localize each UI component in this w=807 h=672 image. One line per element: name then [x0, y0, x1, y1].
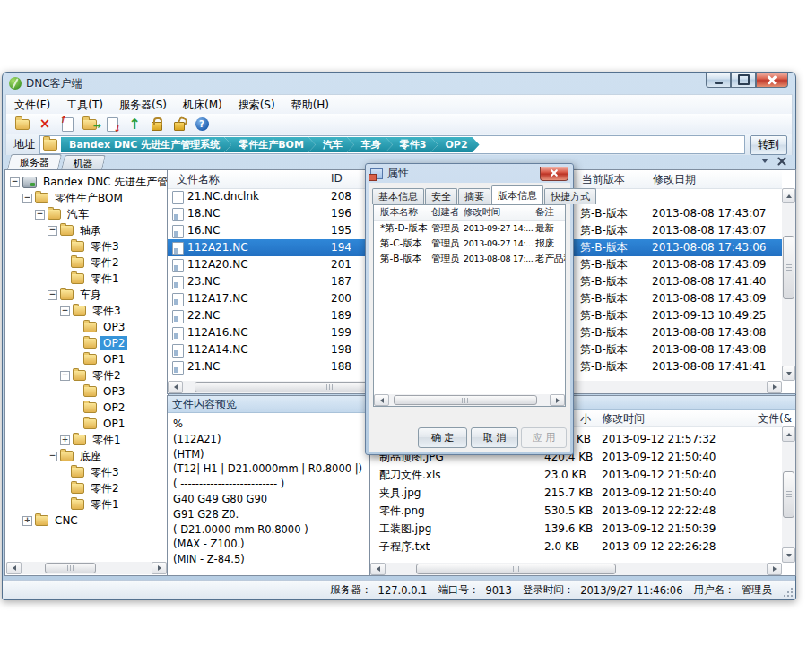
scroll-thumb[interactable]	[45, 563, 96, 573]
tree-expander-icon[interactable]: −	[35, 210, 45, 220]
unlock-icon[interactable]	[171, 116, 187, 133]
attachments-vscrollbar[interactable]	[782, 426, 795, 563]
tree-node[interactable]: −车身	[6, 287, 167, 303]
cancel-button[interactable]: 取 消	[471, 427, 518, 448]
menu-item[interactable]: 搜索(S)	[230, 96, 283, 115]
help-icon[interactable]: ?	[194, 116, 210, 133]
tree-expander-icon[interactable]: −	[60, 306, 70, 316]
column-header[interactable]: 文件名称	[177, 172, 220, 187]
panel-menu-icon[interactable]	[761, 159, 768, 163]
scroll-arrow-down[interactable]	[782, 547, 795, 563]
tree-node[interactable]: 零件2	[6, 254, 167, 271]
tree-expander-icon[interactable]: +	[60, 435, 70, 445]
breadcrumb-segment[interactable]: 零件生产BOM	[224, 137, 316, 152]
scroll-arrow-up[interactable]	[782, 426, 795, 442]
tree-node[interactable]: −Bandex DNC 先进生产管理系统	[6, 174, 167, 190]
tree-expander-icon[interactable]: −	[48, 452, 57, 461]
column-header[interactable]: 小	[580, 411, 591, 426]
dialog-tab[interactable]: 摘要	[458, 188, 490, 204]
tree-node[interactable]: OP2	[6, 335, 167, 351]
table-row[interactable]: 零件.png530.5 KB2013-09-12 22:22:48	[370, 502, 782, 520]
breadcrumb-segment[interactable]: OP2	[430, 137, 479, 152]
menu-item[interactable]: 帮助(H)	[283, 96, 337, 115]
tree-node[interactable]: −零件2	[6, 367, 167, 383]
tree-node[interactable]: −底座	[6, 448, 167, 464]
column-header[interactable]: 创建者	[431, 206, 460, 219]
ok-button[interactable]: 确 定	[418, 427, 467, 448]
tree-node[interactable]: 零件1	[6, 496, 167, 513]
file-list-vscrollbar[interactable]	[782, 188, 795, 381]
tree-node[interactable]: OP1	[6, 416, 167, 432]
scroll-thumb[interactable]	[783, 471, 794, 518]
column-header[interactable]: 修改时间	[464, 206, 535, 219]
tree-expander-icon[interactable]: −	[10, 177, 20, 187]
column-header[interactable]: 文件(&	[758, 411, 792, 426]
scroll-thumb[interactable]	[416, 564, 616, 574]
menu-item[interactable]: 文件(F)	[6, 96, 58, 115]
dialog-tab[interactable]: 快捷方式	[544, 188, 596, 204]
column-header[interactable]: 修改时间	[602, 411, 645, 426]
import-folder-icon[interactable]: →	[82, 116, 98, 133]
scroll-thumb[interactable]	[394, 395, 537, 405]
tree-node[interactable]: 零件3	[6, 238, 167, 254]
tree-node[interactable]: 零件3	[6, 464, 167, 480]
scroll-track[interactable]	[782, 203, 795, 366]
scroll-arrow-down[interactable]	[782, 366, 795, 381]
scroll-arrow-left[interactable]	[374, 394, 389, 406]
tree-node[interactable]: OP2	[6, 400, 167, 416]
tree-node[interactable]: +零件1	[6, 432, 167, 448]
tree-node[interactable]: OP3	[6, 319, 167, 335]
tree-node[interactable]: −轴承	[6, 222, 167, 238]
dialog-tab[interactable]: 基本信息	[372, 188, 424, 204]
tree-node[interactable]: +CNC	[6, 513, 167, 529]
dialog-tab[interactable]: 安全	[425, 188, 457, 204]
scroll-arrow-left[interactable]	[6, 562, 22, 574]
breadcrumb-segment[interactable]: Bandex DNC 先进生产管理系统	[61, 137, 231, 152]
attachments-hscrollbar[interactable]	[370, 563, 782, 575]
tree-expander-icon[interactable]: −	[22, 194, 32, 203]
tree-hscrollbar[interactable]	[6, 562, 167, 574]
version-list-hscrollbar[interactable]	[374, 394, 565, 406]
scroll-arrow-right[interactable]	[550, 394, 565, 406]
maximize-button[interactable]	[731, 73, 756, 88]
scroll-arrow-left[interactable]	[370, 563, 386, 575]
close-button[interactable]	[756, 73, 788, 88]
column-header[interactable]: 备注	[535, 206, 554, 219]
scroll-track[interactable]	[782, 442, 795, 547]
scroll-track[interactable]	[386, 563, 767, 575]
tab-servers[interactable]: 服务器	[7, 154, 62, 170]
tree-expander-icon[interactable]: −	[48, 290, 57, 300]
scroll-track[interactable]	[22, 562, 152, 574]
version-row[interactable]: 第-B-版本管理员2013-08-08 17:...老产品程序	[374, 251, 565, 266]
tree-node[interactable]: 零件2	[6, 480, 167, 496]
table-row[interactable]: 子程序.txt2.0 KB2013-09-12 22:26:28	[370, 538, 782, 556]
tree-node[interactable]: OP3	[6, 383, 167, 400]
menu-item[interactable]: 服务器(S)	[111, 96, 175, 115]
panel-close-icon[interactable]	[777, 157, 785, 165]
tree-expander-icon[interactable]: −	[48, 226, 57, 236]
table-row[interactable]: 夹具.jpg215.7 KB2013-09-12 21:50:40	[370, 484, 782, 502]
tree-node[interactable]: −零件3	[6, 303, 167, 319]
delete-icon[interactable]: ×	[37, 116, 53, 133]
tree-node[interactable]: −汽车	[6, 206, 167, 222]
column-header[interactable]: 版本名称	[380, 206, 418, 219]
lock-icon[interactable]	[149, 116, 165, 133]
column-header[interactable]: ID	[331, 172, 343, 185]
version-row[interactable]: 第-C-版本管理员2013-09-27 14:...报废	[374, 236, 565, 251]
scroll-arrow-left[interactable]	[168, 381, 183, 393]
tab-machines[interactable]: 机器	[61, 155, 106, 170]
transfer-up-icon[interactable]: ↑	[126, 116, 143, 133]
column-header[interactable]: 当前版本	[582, 172, 625, 187]
scroll-arrow-right[interactable]	[767, 563, 782, 575]
table-row[interactable]: 工装图.jpg139.6 KB2013-09-12 21:50:39	[370, 520, 782, 538]
download-file-icon[interactable]: ↓	[104, 116, 120, 133]
tree-node[interactable]: 零件1	[6, 271, 167, 287]
tree-expander-icon[interactable]: +	[22, 516, 32, 526]
dialog-close-button[interactable]	[540, 167, 568, 181]
tree-node[interactable]: −零件生产BOM	[6, 190, 167, 206]
scroll-thumb[interactable]	[783, 236, 794, 299]
tree-node[interactable]: OP1	[6, 351, 167, 367]
scroll-arrow-up[interactable]	[782, 188, 795, 203]
go-button[interactable]: 转到	[750, 135, 787, 155]
menu-item[interactable]: 工具(T)	[58, 96, 111, 115]
